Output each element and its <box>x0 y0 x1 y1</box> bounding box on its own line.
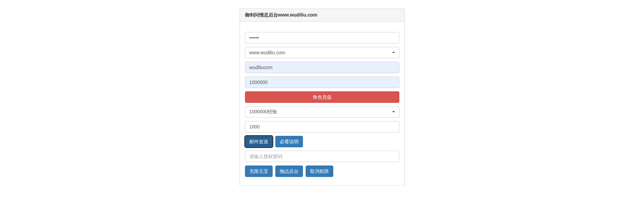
instructions-button[interactable]: 必看说明 <box>275 136 303 147</box>
reward-dropdown[interactable]: 1000000经验 <box>245 106 399 118</box>
panel-body: www.wudiliu.com 角色充值 1000000经验 邮件发送 必看说明… <box>240 22 404 185</box>
password-field[interactable] <box>245 32 399 43</box>
admin-panel: 御剑问情总后台www.wudiliu.com www.wudiliu.com 角… <box>240 8 405 186</box>
server-dropdown-label: www.wudiliu.com <box>249 50 285 55</box>
send-mail-button[interactable]: 邮件发送 <box>245 136 273 147</box>
caret-down-icon <box>392 111 395 113</box>
reward-dropdown-label: 1000000经验 <box>249 109 277 114</box>
auth-password-field[interactable] <box>245 151 399 162</box>
recharge-button[interactable]: 角色充值 <box>245 91 399 103</box>
server-dropdown[interactable]: www.wudiliu.com <box>245 47 399 58</box>
unlimited-gold-button[interactable]: 无限元宝 <box>245 166 273 177</box>
caret-down-icon <box>392 52 395 53</box>
panel-header: 御剑问情总后台www.wudiliu.com <box>240 9 404 22</box>
quantity-field[interactable] <box>245 121 399 132</box>
action-button-row: 无限元宝 物品后台 取消权限 <box>245 166 399 177</box>
cancel-permission-button[interactable]: 取消权限 <box>306 166 333 177</box>
amount-field[interactable] <box>245 77 399 88</box>
item-backend-button[interactable]: 物品后台 <box>275 166 303 177</box>
panel-title: 御剑问情总后台www.wudiliu.com <box>245 12 399 18</box>
username-field[interactable] <box>245 62 399 73</box>
mail-button-row: 邮件发送 必看说明 <box>245 136 399 147</box>
